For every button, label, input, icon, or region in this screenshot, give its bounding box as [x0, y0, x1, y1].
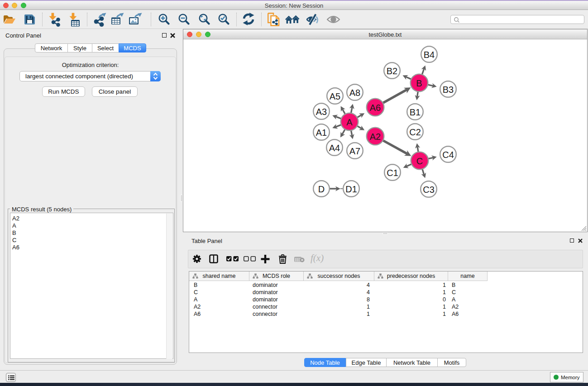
svg-text:B2: B2 — [387, 66, 397, 76]
svg-text:A3: A3 — [316, 107, 327, 117]
svg-text:C1: C1 — [387, 168, 398, 178]
svg-text:B3: B3 — [443, 85, 454, 95]
svg-text:D: D — [318, 184, 325, 194]
svg-text:C: C — [416, 156, 423, 166]
svg-text:C3: C3 — [423, 185, 435, 195]
svg-text:A6: A6 — [370, 103, 381, 113]
svg-text:C4: C4 — [442, 150, 454, 160]
svg-text:B: B — [416, 78, 422, 88]
svg-text:A5: A5 — [330, 91, 340, 101]
svg-text:A2: A2 — [370, 132, 381, 142]
svg-text:A4: A4 — [329, 143, 340, 153]
svg-text:A7: A7 — [349, 146, 360, 156]
svg-text:B4: B4 — [424, 50, 435, 60]
svg-text:A: A — [346, 117, 353, 127]
svg-text:C2: C2 — [409, 127, 421, 137]
svg-text:A1: A1 — [316, 128, 327, 138]
svg-text:A8: A8 — [349, 88, 360, 98]
svg-text:B1: B1 — [410, 107, 421, 117]
svg-text:D1: D1 — [345, 184, 357, 194]
